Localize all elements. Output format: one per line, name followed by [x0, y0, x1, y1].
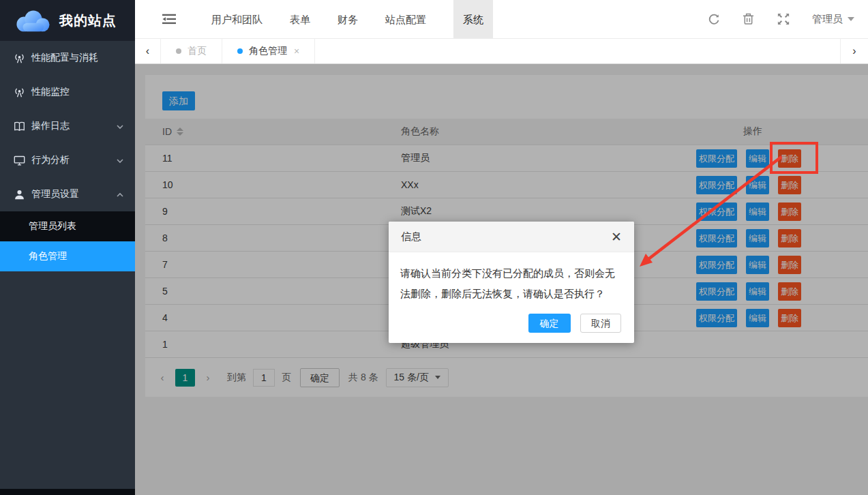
user-name: 管理员 — [812, 13, 843, 26]
tab-dot-icon — [237, 48, 243, 54]
confirm-dialog: 信息 ✕ 请确认当前分类下没有已分配的成员，否则会无法删除，删除后无法恢复，请确… — [389, 222, 634, 343]
tabs-scroll-right-icon[interactable]: › — [840, 39, 868, 63]
dialog-footer: 确定 取消 — [389, 314, 634, 343]
book-icon — [14, 121, 25, 132]
sidebar-bottom-strip — [0, 489, 135, 495]
page-tab-label: 首页 — [188, 45, 207, 57]
sidebar-item-label: 性能配置与消耗 — [31, 52, 124, 64]
user-icon — [14, 189, 25, 200]
nav-tab-users-teams[interactable]: 用户和团队 — [211, 0, 263, 38]
app-title: 我的站点 — [59, 12, 117, 30]
cancel-button[interactable]: 取消 — [580, 314, 621, 333]
sidebar-item-label: 性能监控 — [31, 86, 124, 98]
sidebar-subitem[interactable]: 管理员列表 — [0, 211, 135, 241]
sidebar-submenu: 管理员列表角色管理 — [0, 211, 135, 271]
sidebar-item[interactable]: 性能监控 — [0, 75, 135, 109]
monitor-icon — [14, 155, 25, 166]
page-tab-role-management[interactable]: 角色管理 × — [222, 39, 315, 63]
logo-bar: 我的站点 — [0, 0, 135, 41]
page-tab-home[interactable]: 首页 — [161, 39, 222, 63]
confirm-button[interactable]: 确定 — [528, 314, 571, 333]
sidebar: 我的站点 性能配置与消耗性能监控操作日志行为分析管理员设置管理员列表角色管理 — [0, 0, 135, 495]
side-menu: 性能配置与消耗性能监控操作日志行为分析管理员设置管理员列表角色管理 — [0, 41, 135, 271]
collapse-menu-icon[interactable] — [162, 0, 176, 38]
chevron-down-icon — [848, 17, 854, 21]
chevron-down-icon — [116, 156, 124, 164]
dialog-title: 信息 — [401, 230, 611, 243]
user-dropdown[interactable]: 管理员 — [812, 13, 854, 26]
sidebar-item-label: 操作日志 — [31, 120, 116, 132]
broadcast-icon — [14, 52, 25, 64]
sidebar-item-label: 管理员设置 — [31, 188, 116, 200]
tab-close-icon[interactable]: × — [294, 46, 299, 57]
dialog-message: 请确认当前分类下没有已分配的成员，否则会无法删除，删除后无法恢复，请确认是否执行… — [389, 252, 634, 314]
sidebar-item[interactable]: 性能配置与消耗 — [0, 41, 135, 75]
sidebar-subitem[interactable]: 角色管理 — [0, 241, 135, 271]
sidebar-item[interactable]: 管理员设置 — [0, 177, 135, 211]
page-tabs-bar: ‹ 首页 角色管理 × › — [135, 39, 868, 64]
dialog-header: 信息 ✕ — [389, 222, 634, 252]
sidebar-item[interactable]: 行为分析 — [0, 143, 135, 177]
sidebar-item[interactable]: 操作日志 — [0, 109, 135, 143]
cloud-icon — [13, 7, 53, 34]
trash-icon[interactable] — [743, 13, 755, 25]
nav-tab-finance[interactable]: 财务 — [338, 0, 358, 38]
chevron-up-icon — [116, 190, 124, 198]
nav-tab-forms[interactable]: 表单 — [290, 0, 310, 38]
tab-dot-icon — [176, 48, 181, 54]
tabs-scroll-left-icon[interactable]: ‹ — [135, 39, 161, 63]
chevron-down-icon — [116, 122, 124, 130]
topnav: 用户和团队 表单 财务 站点配置 系统 管 — [135, 0, 868, 39]
page-tab-label: 角色管理 — [249, 45, 287, 57]
close-icon[interactable]: ✕ — [611, 230, 622, 243]
nav-right: 管理员 — [708, 0, 868, 38]
sidebar-item-label: 行为分析 — [31, 154, 116, 166]
refresh-icon[interactable] — [708, 13, 720, 25]
nav-tab-site-config[interactable]: 站点配置 — [385, 0, 426, 38]
fullscreen-icon[interactable] — [777, 13, 790, 25]
broadcast-icon — [14, 87, 25, 98]
nav-tab-system[interactable]: 系统 — [453, 0, 493, 38]
